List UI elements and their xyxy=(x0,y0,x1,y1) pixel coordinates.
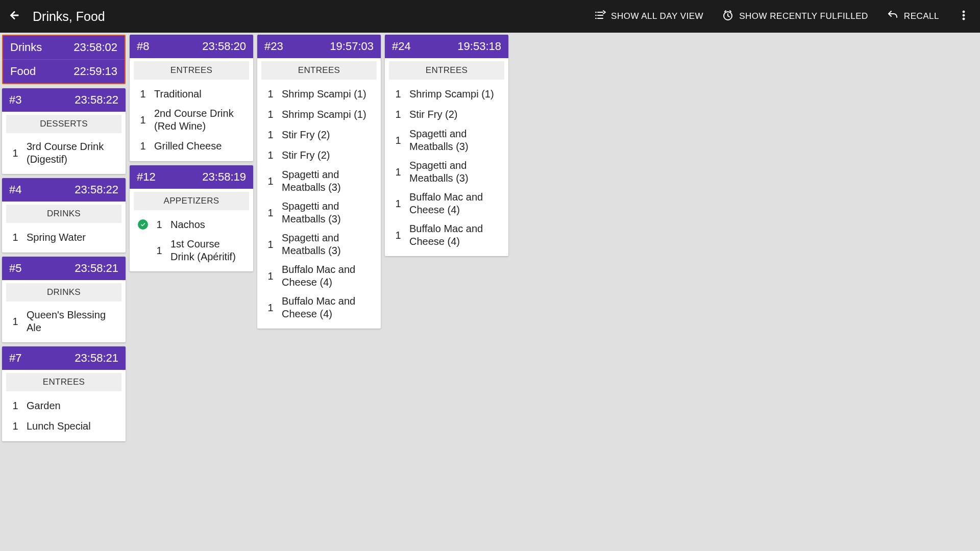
svg-point-3 xyxy=(963,18,965,20)
line-item[interactable]: 1Shrimp Scampi (1) xyxy=(389,84,504,104)
ticket[interactable]: #2419:53:18ENTREES1Shrimp Scampi (1)1Sti… xyxy=(385,35,508,256)
line-item-qty: 1 xyxy=(10,232,20,243)
ticket-time: 23:58:21 xyxy=(75,262,118,275)
line-item[interactable]: 1Garden xyxy=(6,395,121,416)
line-item-qty: 1 xyxy=(138,88,148,100)
header-actions: SHOW ALL DAY VIEW SHOW RECENTLY FULFILLE… xyxy=(594,9,970,24)
ticket[interactable]: #823:58:20ENTREES1Traditional12nd Course… xyxy=(130,35,253,161)
ticket-time: 23:58:21 xyxy=(75,352,118,365)
station-row-food: Food22:59:13 xyxy=(3,60,125,83)
line-item-name: Spagetti and Meatballs (3) xyxy=(409,128,500,153)
ticket-column: #2419:53:18ENTREES1Shrimp Scampi (1)1Sti… xyxy=(385,35,508,256)
line-item-name: Spring Water xyxy=(27,231,117,244)
line-items: 1Shrimp Scampi (1)1Shrimp Scampi (1)1Sti… xyxy=(257,84,381,329)
ticket[interactable]: #323:58:22DESSERTS13rd Course Drink (Dig… xyxy=(2,88,126,174)
line-item[interactable]: 1Spagetti and Meatballs (3) xyxy=(389,156,504,188)
ticket-id: #7 xyxy=(9,352,21,365)
line-item-name: Queen's Blessing Ale xyxy=(27,309,117,334)
show-recently-fulfilled-button[interactable]: SHOW RECENTLY FULFILLED xyxy=(722,9,868,24)
recall-label: RECALL xyxy=(904,11,939,21)
show-all-day-button[interactable]: SHOW ALL DAY VIEW xyxy=(594,9,703,24)
line-item-name: Spagetti and Meatballs (3) xyxy=(282,200,373,226)
line-items: 1Nachos11st Course Drink (Apéritif) xyxy=(130,214,253,271)
section-label: ENTREES xyxy=(134,61,249,80)
line-item[interactable]: 1Shrimp Scampi (1) xyxy=(261,104,377,124)
line-item[interactable]: 1Stir Fry (2) xyxy=(389,104,504,124)
line-item-name: Spagetti and Meatballs (3) xyxy=(282,232,373,257)
line-item-name: Stir Fry (2) xyxy=(409,108,500,121)
ticket-id: #23 xyxy=(264,40,283,53)
line-items: 13rd Course Drink (Digestif) xyxy=(2,137,126,174)
line-item-name: Nachos xyxy=(170,218,245,231)
recall-button[interactable]: RECALL xyxy=(887,9,939,24)
show-all-day-label: SHOW ALL DAY VIEW xyxy=(611,11,703,21)
line-item[interactable]: 1Stir Fry (2) xyxy=(261,124,377,145)
line-item-qty: 1 xyxy=(393,230,403,241)
line-item-qty: 1 xyxy=(265,109,276,120)
ticket[interactable]: #523:58:21DRINKS1Queen's Blessing Ale xyxy=(2,257,126,342)
line-item[interactable]: 1Buffalo Mac and Cheese (4) xyxy=(261,292,377,323)
line-item[interactable]: 1Shrimp Scampi (1) xyxy=(261,84,377,104)
line-item-qty: 1 xyxy=(10,420,20,432)
station-row-drinks: Drinks23:58:02 xyxy=(3,36,125,60)
svg-point-1 xyxy=(963,11,965,13)
line-item[interactable]: 1Buffalo Mac and Cheese (4) xyxy=(389,188,504,219)
ticket[interactable]: #423:58:22DRINKS1Spring Water xyxy=(2,178,126,253)
line-item[interactable]: 1Grilled Cheese xyxy=(134,136,249,156)
station-time: 22:59:13 xyxy=(74,65,117,78)
more-icon[interactable] xyxy=(958,9,970,23)
line-item-qty: 1 xyxy=(154,245,164,257)
station-summary-ticket[interactable]: Drinks23:58:02Food22:59:13 xyxy=(2,35,126,84)
ticket-column: Drinks23:58:02Food22:59:13#323:58:22DESS… xyxy=(2,35,126,441)
ticket-time: 23:58:22 xyxy=(75,183,118,196)
header-left: Drinks, Food xyxy=(8,9,105,24)
line-item-name: Buffalo Mac and Cheese (4) xyxy=(409,191,500,216)
line-item[interactable]: 1Queen's Blessing Ale xyxy=(6,306,121,337)
line-item[interactable]: 1Stir Fry (2) xyxy=(261,145,377,165)
line-item[interactable]: 1Spagetti and Meatballs (3) xyxy=(261,165,377,197)
ticket[interactable]: #1223:58:19APPETIZERS1Nachos11st Course … xyxy=(130,165,253,271)
ticket-id: #8 xyxy=(137,40,149,53)
line-item-qty: 1 xyxy=(138,114,148,126)
ticket-id: #3 xyxy=(9,93,21,107)
clock-icon xyxy=(722,9,734,24)
line-item-name: Lunch Special xyxy=(27,420,117,433)
line-items: 1Queen's Blessing Ale xyxy=(2,306,126,342)
line-item-qty: 1 xyxy=(10,316,20,328)
line-item[interactable]: 12nd Course Drink (Red Wine) xyxy=(134,104,249,136)
line-item[interactable]: 1Spring Water xyxy=(6,227,121,247)
ticket-id: #5 xyxy=(9,262,21,275)
line-item-qty: 1 xyxy=(154,219,164,231)
line-item-name: Shrimp Scampi (1) xyxy=(282,108,373,121)
ticket-id: #12 xyxy=(137,170,156,184)
svg-point-2 xyxy=(963,14,965,16)
line-item[interactable]: 11st Course Drink (Apéritif) xyxy=(134,235,249,266)
ticket-column: #2319:57:03ENTREES1Shrimp Scampi (1)1Shr… xyxy=(257,35,381,329)
line-item-name: Grilled Cheese xyxy=(154,140,245,153)
section-label: ENTREES xyxy=(389,61,504,80)
line-item-name: 3rd Course Drink (Digestif) xyxy=(27,140,117,166)
line-item[interactable]: 13rd Course Drink (Digestif) xyxy=(6,137,121,169)
line-item-qty: 1 xyxy=(265,302,276,314)
line-item[interactable]: 1Nachos xyxy=(134,214,249,235)
ticket[interactable]: #723:58:21ENTREES1Garden1Lunch Special xyxy=(2,346,126,441)
ticket-header: #523:58:21 xyxy=(2,257,126,280)
ticket-time: 23:58:22 xyxy=(75,93,118,107)
line-item[interactable]: 1Lunch Special xyxy=(6,416,121,436)
back-icon[interactable] xyxy=(8,9,20,23)
line-item-check xyxy=(138,219,148,230)
line-item[interactable]: 1Traditional xyxy=(134,84,249,104)
line-item[interactable]: 1Buffalo Mac and Cheese (4) xyxy=(389,219,504,251)
line-item-name: Spagetti and Meatballs (3) xyxy=(409,159,500,185)
line-item-qty: 1 xyxy=(393,88,403,100)
ticket-header: #2319:57:03 xyxy=(257,35,381,58)
line-item-name: Buffalo Mac and Cheese (4) xyxy=(409,222,500,248)
line-item-name: Buffalo Mac and Cheese (4) xyxy=(282,295,373,320)
ticket[interactable]: #2319:57:03ENTREES1Shrimp Scampi (1)1Shr… xyxy=(257,35,381,329)
line-item[interactable]: 1Buffalo Mac and Cheese (4) xyxy=(261,260,377,292)
line-item-qty: 1 xyxy=(393,198,403,210)
line-item[interactable]: 1Spagetti and Meatballs (3) xyxy=(389,124,504,156)
line-item[interactable]: 1Spagetti and Meatballs (3) xyxy=(261,229,377,260)
line-item[interactable]: 1Spagetti and Meatballs (3) xyxy=(261,197,377,229)
check-icon xyxy=(138,219,148,230)
